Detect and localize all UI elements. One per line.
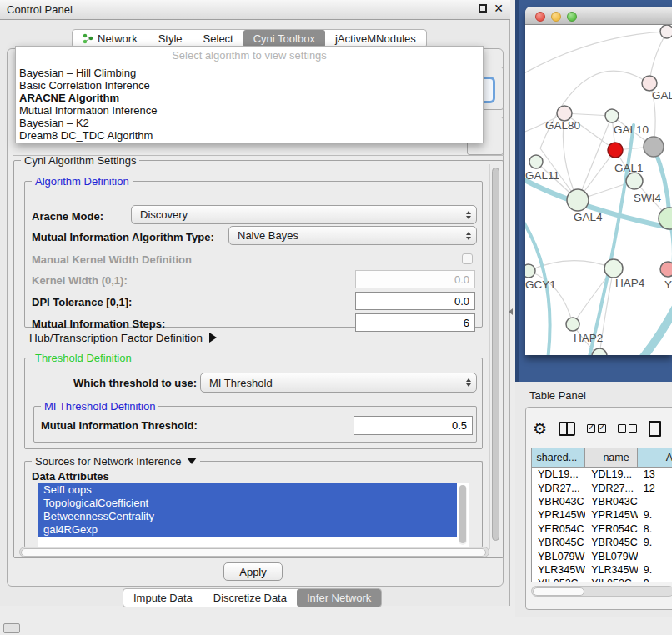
network-node-y[interactable]: [660, 262, 672, 277]
table-cell: [638, 549, 672, 562]
table-row[interactable]: YER054CYER054C8.: [532, 522, 672, 536]
network-node-gal10[interactable]: [605, 109, 619, 122]
table-row[interactable]: YBR045CYBR045C9.: [532, 536, 672, 549]
export-table-icon[interactable]: [649, 421, 661, 437]
settings-horizontal-thumb[interactable]: [21, 548, 486, 557]
tab-jactivemnodules[interactable]: jActiveMNodules: [325, 30, 426, 48]
network-node[interactable]: [608, 142, 623, 158]
settings-vertical-thumb[interactable]: [492, 168, 499, 541]
algorithm-option[interactable]: Mutual Information Inference: [16, 104, 483, 117]
tab-label: Impute Data: [133, 592, 193, 604]
zoom-traffic-light-icon[interactable]: [567, 12, 577, 22]
tab-style[interactable]: Style: [148, 30, 193, 48]
table-cell: 9.: [638, 536, 672, 549]
splitter-collapse-icon[interactable]: [509, 308, 513, 315]
network-node[interactable]: [660, 25, 672, 38]
close-panel-icon[interactable]: ✕: [494, 2, 504, 15]
network-node-gcy1[interactable]: [525, 264, 535, 278]
combo-arrows-icon: [466, 232, 471, 240]
gear-icon[interactable]: ⚙: [533, 421, 547, 437]
table-cell: 9: [638, 577, 672, 582]
mi-threshold-field-wrap: [354, 416, 473, 435]
node-label: Y: [664, 278, 672, 291]
attributes-scrollbar[interactable]: [459, 485, 467, 545]
close-traffic-light-icon[interactable]: [535, 12, 545, 22]
tab-cyni-toolbox[interactable]: Cyni Toolbox: [243, 30, 325, 48]
settings-vertical-scrollbar[interactable]: [489, 164, 501, 549]
algorithm-option[interactable]: ARACNE Algorithm: [16, 92, 483, 104]
which-threshold-select[interactable]: MI Threshold: [200, 372, 477, 392]
table-cell: 8.: [638, 522, 672, 536]
table-row[interactable]: YDR27...YDR27...12: [532, 481, 672, 494]
algorithm-option[interactable]: Basic Correlation Inference: [16, 79, 483, 92]
minimize-traffic-light-icon[interactable]: [551, 12, 561, 22]
network-node[interactable]: [644, 137, 664, 157]
node-label: HAP2: [574, 332, 603, 344]
network-graph: GALGAL80GAL10GAL1GAL11GAL4SWI4GCY1HAP4YH…: [525, 25, 672, 355]
network-edge-highlighted[interactable]: [605, 298, 672, 355]
aracne-mode-value: Discovery: [140, 208, 188, 221]
attribute-item[interactable]: gal4RGexp: [38, 523, 457, 537]
tab-discretize-data[interactable]: Discretize Data: [203, 589, 297, 607]
table-row[interactable]: YBR043CYBR043C: [532, 495, 672, 508]
data-attributes-list[interactable]: SelfLoopsTopologicalCoefficientBetweenne…: [38, 483, 469, 547]
sources-group-title[interactable]: Sources for Network Inference: [32, 455, 200, 468]
table-row[interactable]: YBL079WYBL079W: [532, 549, 672, 562]
tab-impute-data[interactable]: Impute Data: [123, 589, 203, 607]
tab-label: Style: [158, 32, 183, 45]
network-window-titlebar[interactable]: [525, 7, 672, 25]
attribute-item[interactable]: TopologicalCoefficient: [38, 497, 457, 510]
deselect-all-checks-icon[interactable]: [618, 424, 637, 432]
node-table[interactable]: shared...nameA YDL19...YDL19...13YDR27..…: [531, 448, 672, 582]
settings-horizontal-scrollbar[interactable]: [19, 547, 489, 558]
network-edge[interactable]: [578, 116, 612, 200]
column-header[interactable]: name: [585, 448, 637, 468]
node-label: GAL4: [574, 211, 603, 223]
mi-steps-input[interactable]: [355, 313, 475, 332]
panel-divider: [13, 155, 504, 156]
dpi-tolerance-input[interactable]: [355, 292, 475, 310]
hub-definition-toggle[interactable]: Hub/Transcription Factor Definition: [29, 332, 217, 344]
column-header[interactable]: A: [638, 448, 672, 468]
tab-infer-network[interactable]: Infer Network: [297, 589, 381, 607]
algorithm-option[interactable]: Bayesian – K2: [16, 117, 483, 129]
network-node[interactable]: [592, 348, 607, 355]
bottom-panel-grip[interactable]: [3, 623, 20, 633]
network-node-hap4[interactable]: [604, 259, 623, 278]
columns-icon[interactable]: [559, 422, 575, 436]
attribute-item[interactable]: BetweennessCentrality: [38, 510, 457, 523]
network-edge[interactable]: [649, 32, 667, 83]
expand-right-icon: [209, 332, 217, 342]
attributes-scrollbar-thumb[interactable]: [459, 485, 466, 543]
apply-button[interactable]: Apply: [223, 562, 283, 581]
mi-type-select[interactable]: Naive Bayes: [228, 226, 477, 245]
manual-kernel-checkbox[interactable]: [462, 253, 473, 264]
network-node-gal11[interactable]: [529, 155, 543, 168]
tab-network[interactable]: Network: [73, 30, 148, 48]
tab-select[interactable]: Select: [193, 30, 243, 48]
attribute-item[interactable]: SelfLoops: [38, 483, 457, 497]
mi-threshold-input[interactable]: [354, 416, 473, 435]
table-horizontal-thumb[interactable]: [533, 588, 584, 596]
network-node-gal1[interactable]: [626, 172, 643, 189]
float-panel-icon[interactable]: [479, 4, 487, 12]
network-edge[interactable]: [525, 32, 667, 75]
network-node-gal4[interactable]: [567, 189, 589, 211]
table-row[interactable]: YPR145WYPR145W9.: [532, 508, 672, 522]
kernel-width-input[interactable]: [355, 270, 475, 288]
select-all-checks-icon[interactable]: [587, 424, 606, 432]
aracne-mode-select[interactable]: Discovery: [131, 205, 477, 224]
combo-arrows-icon: [466, 211, 471, 219]
algorithm-option[interactable]: Bayesian – Hill Climbing: [16, 67, 483, 79]
algorithm-option[interactable]: Dream8 DC_TDC Algorithm: [16, 129, 483, 142]
node-label: GAL80: [545, 119, 580, 132]
table-row[interactable]: YIL052CYIL052C9: [532, 577, 672, 582]
table-row[interactable]: YLR345WYLR345W9.: [532, 563, 672, 577]
table-cell: 13: [638, 468, 672, 481]
table-row[interactable]: YDL19...YDL19...13: [532, 468, 672, 481]
table-horizontal-scrollbar[interactable]: [531, 586, 672, 597]
hub-definition-label: Hub/Transcription Factor Definition: [29, 332, 203, 344]
column-header[interactable]: shared...: [532, 448, 585, 468]
network-canvas[interactable]: GALGAL80GAL10GAL1GAL11GAL4SWI4GCY1HAP4YH…: [525, 25, 672, 355]
network-node-hap2[interactable]: [566, 318, 579, 331]
